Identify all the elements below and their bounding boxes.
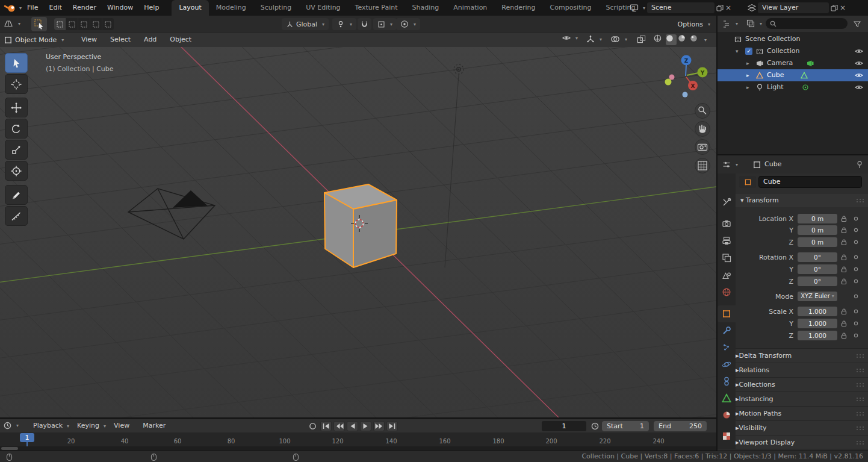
- playback-clock-icon[interactable]: [591, 422, 599, 430]
- rotation-z-field[interactable]: 0°: [798, 276, 837, 286]
- menu-file[interactable]: File: [22, 0, 43, 16]
- panel-grip-icon[interactable]: [856, 382, 864, 387]
- frame-start-field[interactable]: Start 1: [602, 421, 649, 431]
- camera-view-button[interactable]: [695, 140, 710, 155]
- next-keyframe-button[interactable]: [373, 421, 385, 431]
- tab-object-icon[interactable]: [722, 309, 731, 319]
- tab-object-data-icon[interactable]: [722, 393, 731, 403]
- tool-3d-cursor[interactable]: [5, 74, 28, 94]
- panel-grip-icon[interactable]: [856, 411, 864, 416]
- tool-transform[interactable]: [5, 161, 28, 181]
- options-dropdown[interactable]: Options ▾: [678, 16, 710, 33]
- shading-material-button[interactable]: [678, 34, 689, 45]
- proportional-edit-dropdown[interactable]: ▾: [396, 18, 420, 30]
- outliner-editor-selector[interactable]: ▾: [722, 19, 738, 28]
- select-mode-new[interactable]: [54, 18, 66, 30]
- tab-texture-paint[interactable]: Texture Paint: [348, 0, 405, 16]
- panel-relations[interactable]: ▸Relations: [736, 363, 868, 377]
- select-mode-extend[interactable]: [66, 18, 78, 30]
- panel-visibility[interactable]: ▸Visibility: [736, 420, 868, 435]
- menu-view[interactable]: View: [76, 33, 102, 47]
- cube-object[interactable]: [324, 184, 397, 267]
- panel-grip-icon[interactable]: [856, 397, 864, 402]
- animate-dot-icon[interactable]: [854, 333, 858, 338]
- animate-dot-icon[interactable]: [854, 228, 858, 233]
- hide-eye-icon[interactable]: [855, 84, 863, 90]
- panel-grip-icon[interactable]: [856, 426, 864, 431]
- select-mode-intersect[interactable]: [102, 18, 114, 30]
- outliner-properties-splitter[interactable]: [718, 154, 868, 155]
- viewport-3d[interactable]: Z Y X User Perspective (1) Collection | …: [0, 47, 716, 417]
- transform-panel-header[interactable]: ▾ Transform: [736, 194, 868, 207]
- view-layer-name-field[interactable]: View Layer: [758, 2, 829, 13]
- animate-dot-icon[interactable]: [854, 309, 858, 314]
- overlays-dropdown[interactable]: ▾: [610, 35, 627, 43]
- collection-checkbox[interactable]: ✓: [745, 48, 752, 55]
- unlink-scene-icon[interactable]: ×: [725, 4, 731, 12]
- outliner-display-mode[interactable]: ▾: [746, 19, 762, 28]
- timeline-scrollbar[interactable]: [0, 446, 716, 451]
- panel-grip-icon[interactable]: [856, 198, 864, 203]
- lock-icon[interactable]: [840, 332, 848, 339]
- tab-shading[interactable]: Shading: [405, 0, 447, 16]
- mode-selector-dropdown[interactable]: Object Mode ▾: [4, 34, 64, 46]
- panel-grip-icon[interactable]: [856, 440, 864, 445]
- animate-dot-icon[interactable]: [854, 240, 858, 245]
- timeline-editor-selector[interactable]: ▾: [4, 422, 19, 429]
- gizmos-dropdown[interactable]: ▾: [586, 35, 602, 43]
- frame-end-field[interactable]: End 250: [654, 421, 707, 431]
- tab-view-layer-icon[interactable]: [722, 253, 731, 263]
- gizmo-minus-z-axis[interactable]: [683, 92, 688, 98]
- camera-object[interactable]: [128, 189, 215, 239]
- menu-window[interactable]: Window: [102, 0, 138, 16]
- view-layer-icon[interactable]: [748, 4, 756, 12]
- expand-icon[interactable]: ▸: [746, 69, 749, 81]
- menu-select[interactable]: Select: [105, 33, 136, 47]
- blender-logo-icon[interactable]: [4, 3, 17, 13]
- outliner-row-light[interactable]: ▸ Light: [718, 81, 868, 93]
- shading-solid-button[interactable]: [666, 34, 677, 45]
- remove-view-layer-icon[interactable]: ×: [840, 4, 846, 12]
- transform-orientation-dropdown[interactable]: Global ▾: [282, 18, 329, 30]
- outliner-search-input[interactable]: [766, 18, 848, 29]
- expand-icon[interactable]: ▸: [746, 81, 749, 93]
- location-z-field[interactable]: 0 m: [798, 237, 837, 247]
- playhead[interactable]: 1: [20, 433, 34, 442]
- scene-icon[interactable]: [630, 4, 639, 12]
- hide-eye-icon[interactable]: [855, 72, 863, 78]
- tab-rendering[interactable]: Rendering: [494, 0, 542, 16]
- copy-view-layer-icon[interactable]: [831, 4, 838, 11]
- panel-motion-paths[interactable]: ▸Motion Paths: [736, 406, 868, 420]
- menu-marker[interactable]: Marker: [137, 419, 171, 432]
- hide-eye-icon[interactable]: [855, 60, 863, 66]
- hide-eye-icon[interactable]: [855, 48, 863, 54]
- tab-texture-icon[interactable]: [722, 431, 731, 441]
- tool-rotate[interactable]: [5, 119, 28, 139]
- select-mode-subtract[interactable]: [78, 18, 90, 30]
- jump-to-end-button[interactable]: [386, 421, 398, 431]
- outliner-row-camera[interactable]: ▸ Camera: [718, 57, 868, 69]
- scale-z-field[interactable]: 1.000: [798, 331, 837, 340]
- tab-animation[interactable]: Animation: [446, 0, 494, 16]
- properties-editor-selector[interactable]: ▾: [722, 160, 738, 169]
- animate-dot-icon[interactable]: [854, 216, 858, 221]
- tab-scene-icon[interactable]: [722, 270, 731, 280]
- pan-hand-button[interactable]: [695, 122, 710, 137]
- lock-icon[interactable]: [840, 226, 848, 234]
- tab-constraints-icon[interactable]: [722, 376, 731, 386]
- gizmo-minus-y-axis[interactable]: [665, 79, 672, 86]
- id-type-button[interactable]: [739, 176, 756, 188]
- auto-keyframe-toggle[interactable]: [307, 421, 318, 431]
- outliner-row-cube[interactable]: ▸ Cube: [718, 69, 868, 81]
- location-y-field[interactable]: 0 m: [798, 225, 837, 235]
- object-name-input[interactable]: Cube: [758, 176, 862, 188]
- tab-modifiers-icon[interactable]: [722, 326, 731, 336]
- menu-edit[interactable]: Edit: [43, 0, 67, 16]
- camera-data-icon[interactable]: [807, 60, 814, 67]
- tool-move[interactable]: [5, 98, 28, 117]
- object-visibility-dropdown[interactable]: ▾: [562, 35, 578, 41]
- menu-timeline-view[interactable]: View: [108, 419, 135, 432]
- jump-to-start-button[interactable]: [320, 421, 332, 431]
- navigation-gizmo[interactable]: Z Y X: [665, 55, 708, 98]
- tab-layout[interactable]: Layout: [172, 0, 208, 16]
